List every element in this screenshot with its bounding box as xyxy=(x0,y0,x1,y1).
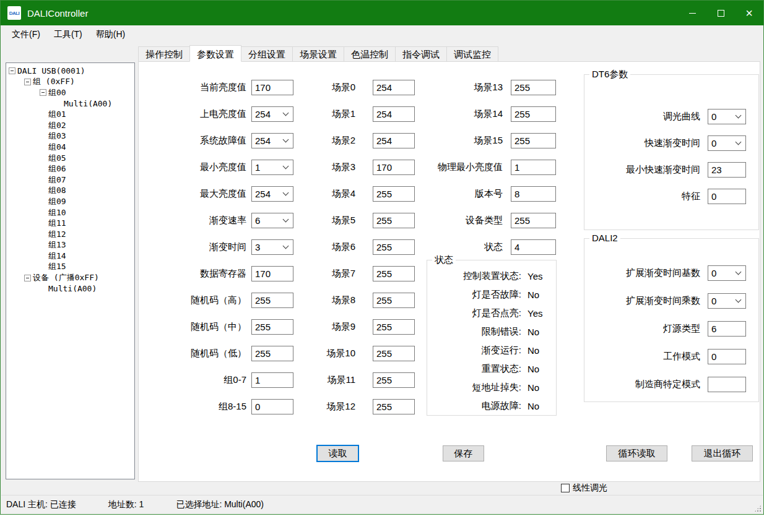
field-input[interactable] xyxy=(373,186,415,202)
status-row: 渐变运行:No xyxy=(427,341,556,359)
tree-collapse-icon[interactable] xyxy=(40,89,46,96)
tab-5[interactable]: 色温控制 xyxy=(344,46,396,62)
tree-node[interactable]: 组11 xyxy=(6,218,134,229)
status-row-label: 灯是否故障: xyxy=(427,289,521,301)
status-row-value: No xyxy=(527,345,539,356)
tree-collapse-icon[interactable] xyxy=(24,275,31,281)
minimize-button[interactable] xyxy=(678,1,706,25)
field-input[interactable] xyxy=(511,186,556,202)
tree-node[interactable]: 组10 xyxy=(6,207,134,218)
tree-node[interactable]: 组02 xyxy=(6,120,134,131)
field-input[interactable] xyxy=(511,160,556,175)
window-title: DALIController xyxy=(27,8,88,19)
field-input[interactable] xyxy=(373,399,415,414)
field-input[interactable] xyxy=(708,321,746,337)
tab-7[interactable]: 调试监控 xyxy=(446,46,498,62)
tab-2[interactable]: 参数设置 xyxy=(189,45,241,62)
field-input[interactable] xyxy=(708,189,746,204)
field-row: 扩展渐变时间乘数0 xyxy=(584,287,758,315)
field-input[interactable] xyxy=(373,80,415,95)
field-input[interactable] xyxy=(373,266,415,281)
status-row: 短地址掉失:No xyxy=(427,378,556,397)
device-tree: DALI USB(0001)组 (0xFF)组00Multi(A00)组01组0… xyxy=(6,62,135,479)
status-row: 控制装置状态:Yes xyxy=(427,267,556,285)
loop-read-button[interactable]: 循环读取 xyxy=(606,445,667,461)
field-select[interactable]: 0 xyxy=(708,109,746,124)
field-input[interactable] xyxy=(708,377,746,392)
chevron-down-icon xyxy=(736,139,742,145)
field-select[interactable]: 0 xyxy=(708,293,746,309)
tree-node[interactable]: 组06 xyxy=(6,163,134,174)
field-row: 场景10 xyxy=(281,340,415,367)
field-input[interactable] xyxy=(511,133,556,148)
field-input[interactable] xyxy=(373,293,415,308)
field-input[interactable] xyxy=(708,162,746,178)
tree-collapse-icon[interactable] xyxy=(9,67,15,74)
tree-node-label: Multi(A00) xyxy=(64,99,112,108)
linear-dimming-checkbox[interactable] xyxy=(561,484,570,492)
maximize-button[interactable] xyxy=(706,1,735,25)
chevron-down-icon xyxy=(736,269,742,275)
tree-node[interactable]: 组09 xyxy=(6,196,134,207)
field-input[interactable] xyxy=(511,213,556,228)
save-button[interactable]: 保存 xyxy=(443,445,484,461)
field-label: 场景0 xyxy=(281,82,355,93)
close-button[interactable]: × xyxy=(735,1,763,25)
field-input[interactable] xyxy=(708,349,746,364)
field-row: 场景9 xyxy=(281,314,415,340)
tree-node[interactable]: 组03 xyxy=(6,131,134,142)
field-input[interactable] xyxy=(511,239,556,255)
field-input[interactable] xyxy=(373,133,415,148)
field-select[interactable]: 0 xyxy=(708,135,746,151)
exit-loop-button[interactable]: 退出循环 xyxy=(692,445,753,461)
field-input[interactable] xyxy=(373,346,415,361)
tree-node[interactable]: 组07 xyxy=(6,174,134,186)
tree-node[interactable]: 组 (0xFF) xyxy=(6,77,134,88)
field-input[interactable] xyxy=(373,106,415,122)
field-input[interactable] xyxy=(373,160,415,175)
tab-3[interactable]: 分组设置 xyxy=(241,46,293,62)
tree-node[interactable]: Multi(A00) xyxy=(6,98,134,109)
field-label: 系统故障值 xyxy=(151,135,246,147)
field-input[interactable] xyxy=(373,319,415,335)
field-row: 组0-7 xyxy=(151,367,293,393)
tree-node[interactable]: 组14 xyxy=(6,251,134,262)
tree-node-label: 组01 xyxy=(48,109,66,120)
menu-item[interactable]: 工具(T) xyxy=(47,26,89,43)
tree-node[interactable]: 组00 xyxy=(6,87,134,98)
tree-node[interactable]: 组01 xyxy=(6,109,134,120)
field-select[interactable]: 0 xyxy=(708,265,746,281)
tree-node-label: 组08 xyxy=(48,185,66,196)
field-label: 场景4 xyxy=(281,188,355,200)
tree-node[interactable]: Multi(A00) xyxy=(6,283,134,294)
tree-node[interactable]: 组05 xyxy=(6,153,134,164)
tab-4[interactable]: 场景设置 xyxy=(292,46,344,62)
tree-collapse-icon[interactable] xyxy=(24,79,31,85)
scene-13-15-info-column: 场景13场景14场景15物理最小亮度值版本号设备类型状态 xyxy=(411,74,556,260)
field-input[interactable] xyxy=(373,213,415,228)
resize-grip-icon[interactable] xyxy=(754,505,762,512)
app-window: DALI DALIController × 文件(F)工具(T)帮助(H) DA… xyxy=(0,0,764,515)
tree-node[interactable]: DALI USB(0001) xyxy=(6,66,134,77)
field-label: 场景11 xyxy=(281,374,355,386)
field-label: 调光曲线 xyxy=(592,111,700,122)
tree-node[interactable]: 设备 (广播0xFF) xyxy=(6,272,134,283)
tree-node-label: 组10 xyxy=(48,207,66,218)
field-input[interactable] xyxy=(511,106,556,122)
field-input[interactable] xyxy=(373,239,415,255)
tree-node[interactable]: 组04 xyxy=(6,142,134,153)
tree-node[interactable]: 组12 xyxy=(6,229,134,240)
field-input[interactable] xyxy=(511,80,556,95)
tree-node[interactable]: 组08 xyxy=(6,186,134,197)
tree-node[interactable]: 组13 xyxy=(6,240,134,251)
field-label: 场景12 xyxy=(281,401,355,413)
menu-item[interactable]: 文件(F) xyxy=(5,26,47,43)
menu-item[interactable]: 帮助(H) xyxy=(89,26,132,43)
read-button[interactable]: 读取 xyxy=(316,445,359,462)
tree-node[interactable]: 组15 xyxy=(6,262,134,273)
field-row: 随机码（高） xyxy=(151,287,293,314)
field-label: 版本号 xyxy=(411,188,503,200)
tab-6[interactable]: 指令调试 xyxy=(395,46,447,62)
tab-1[interactable]: 操作控制 xyxy=(138,46,190,62)
field-input[interactable] xyxy=(373,372,415,388)
